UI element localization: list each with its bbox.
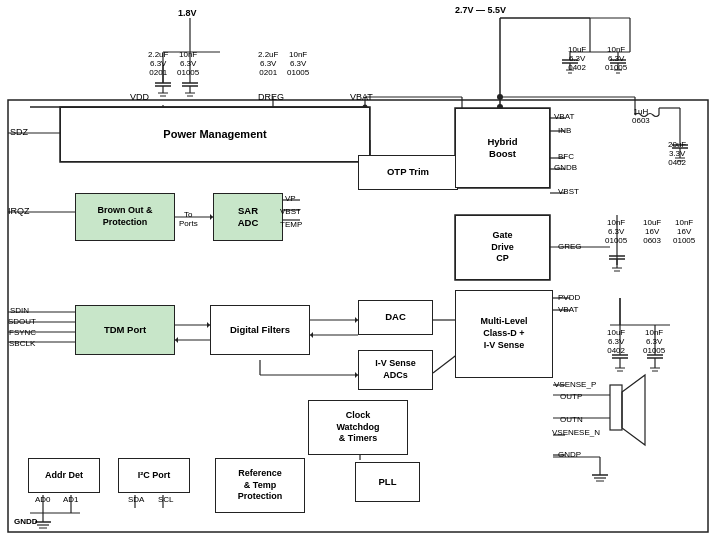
vbat-top-label: VBAT [350,92,373,102]
cap-gd1-label: 10nF6.3V01005 [605,218,627,245]
addr-det-label: Addr Det [45,470,83,482]
addr-det-box: Addr Det [28,458,100,493]
cap-gd3-label: 10nF16V01005 [673,218,695,245]
cap5-label: 10uF6.3V0402 [568,45,586,72]
outn-label: OUTN [560,415,583,424]
gndb-label: GNDB [554,163,577,172]
vp-label: VP [285,194,296,203]
otp-trim-label: OTP Trim [387,166,429,178]
vbat-hb-label: VBAT [554,112,574,121]
gate-drive-box: GateDriveCP [455,215,550,280]
vbst-label: VBST [280,207,301,216]
dac-label: DAC [385,311,406,323]
dreg-label: DREG [258,92,284,102]
cap2-label: 10nF6.3V01005 [177,50,199,77]
power-management-box: Power Management [60,107,370,162]
clock-watchdog-box: ClockWatchdog& Timers [308,400,408,455]
multi-level-label: Multi-LevelClass-D +I-V Sense [480,316,527,351]
pvdd-label: PVDD [558,293,580,302]
cap-ml1-label: 10uF6.3V0402 [607,328,625,355]
sar-adc-label: SARADC [238,205,259,230]
i2c-port-box: I²C Port [118,458,190,493]
sdout-label: SDOUT [8,317,36,326]
clock-watchdog-label: ClockWatchdog& Timers [336,410,379,445]
gate-drive-label: GateDriveCP [491,230,514,265]
ad1-label: AD1 [63,495,79,504]
iv-sense-label: I-V SenseADCs [375,358,416,381]
svg-marker-103 [622,375,645,445]
fsync-label: FSYNC [9,328,36,337]
ref-temp-box: Reference& TempProtection [215,458,305,513]
multi-level-box: Multi-LevelClass-D +I-V Sense [455,290,553,378]
gndp-label: GNDP [558,450,581,459]
bfc-label: BFC [558,152,574,161]
i2c-port-label: I²C Port [138,470,171,482]
cap-ml2-label: 10nF6.3V01005 [643,328,665,355]
digital-filters-box: Digital Filters [210,305,310,355]
brown-out-label: Brown Out &Protection [98,205,153,228]
hybrid-boost-box: HybridBoost [455,108,550,188]
svg-point-57 [497,94,503,100]
svg-marker-114 [175,337,178,343]
greg-label: GREG [558,242,582,251]
vbat-ml-label: VBAT [558,305,578,314]
ref-temp-label: Reference& TempProtection [238,468,283,503]
gndd-label: GNDD [14,517,38,526]
temp-label: TEMP [280,220,302,229]
sdz-label: SDZ [10,127,28,137]
vdd-label: VDD [130,92,149,102]
v27-55-label: 2.7V — 5.5V [455,5,506,15]
svg-rect-102 [610,385,622,430]
pll-label: PLL [379,476,397,488]
cap3-label: 2.2uF6.3V0201 [258,50,278,77]
cap4-label: 10nF6.3V01005 [287,50,309,77]
ad0-label: AD0 [35,495,51,504]
outp-label: OUTP [560,392,582,401]
svg-marker-118 [310,332,313,338]
tdm-port-box: TDM Port [75,305,175,355]
to-ports-label: ToPorts [179,210,198,228]
inb-label: INB [558,126,571,135]
brown-out-box: Brown Out &Protection [75,193,175,241]
vsense-n-label: VSENESE_N [552,428,600,437]
irqz-label: IRQZ [8,206,30,216]
inductor-label: 1uH0603 [632,107,650,125]
digital-filters-label: Digital Filters [230,324,290,336]
cap1-label: 2.2uF6.3V0201 [148,50,168,77]
hybrid-boost-label: HybridBoost [487,136,517,161]
cap6-label: 10nF6.3V01005 [605,45,627,72]
circuit-diagram: Power Management OTP Trim Brown Out &Pro… [0,0,721,550]
sdin-label: SDIN [10,306,29,315]
v18-label: 1.8V [178,8,197,18]
sda-label: SDA [128,495,144,504]
sar-adc-box: SARADC [213,193,283,241]
pll-box: PLL [355,462,420,502]
cap-gd2-label: 10uF16V0603 [643,218,661,245]
tdm-port-label: TDM Port [104,324,146,336]
vbst-gd-label: VBST [558,187,579,196]
sbclk-label: SBCLK [9,339,35,348]
dac-box: DAC [358,300,433,335]
cap-20uf-label: 20uF3.3V0402 [668,140,686,167]
vsense-p-label: VSENSE_P [554,380,596,389]
power-management-label: Power Management [163,127,266,141]
iv-sense-box: I-V SenseADCs [358,350,433,390]
otp-trim-box: OTP Trim [358,155,458,190]
scl-label: SCL [158,495,174,504]
